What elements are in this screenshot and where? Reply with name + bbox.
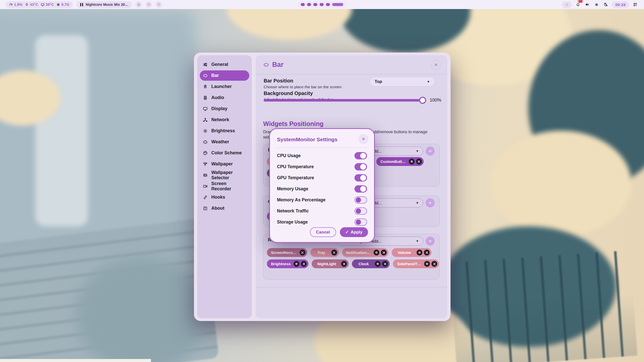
widget-chip-sidepaneltoggle[interactable]: SidePanelT… <box>393 259 439 268</box>
chip-remove-button[interactable] <box>300 250 305 255</box>
clock-widget[interactable]: 00:28 <box>612 1 629 8</box>
sidebar-item-color-scheme[interactable]: Color Scheme <box>200 148 249 158</box>
status-bar: 1.8% 43°C 38°C 9.7G Nightcore Music Mix … <box>0 0 644 9</box>
network-traffic-toggle[interactable] <box>354 207 367 215</box>
workspace-dot-4[interactable] <box>320 3 324 6</box>
bar-position-label: Bar Position <box>264 78 343 84</box>
chip-remove-button[interactable] <box>424 250 430 255</box>
sidebar-item-screen-recorder[interactable]: Screen Recorder <box>200 181 249 191</box>
sidebar-item-network[interactable]: Network <box>200 115 249 125</box>
sidebar-label: Brightness <box>211 128 235 133</box>
widget-chip-nightlight[interactable]: NightLight <box>312 259 349 268</box>
memory-as-percentage-toggle[interactable] <box>354 196 367 204</box>
widget-chip-volume[interactable]: Volume <box>392 248 431 257</box>
background-opacity-slider[interactable] <box>264 99 425 102</box>
panel-header: Bar <box>256 55 447 74</box>
dialog-buttons: Cancel ✓ Apply <box>310 227 368 237</box>
apply-button[interactable]: ✓ Apply <box>340 227 368 237</box>
slider-handle[interactable] <box>419 97 426 104</box>
memory-usage-toggle[interactable] <box>354 185 367 193</box>
section-center-add-button[interactable]: + <box>426 198 435 207</box>
pause-icon <box>80 3 83 7</box>
widget-chip-brightness[interactable]: Brightness <box>267 259 308 268</box>
chip-remove-button[interactable] <box>341 261 347 267</box>
bar-position-dropdown[interactable]: Top ▼ <box>370 77 435 86</box>
chevron-down-icon: ▼ <box>427 80 430 83</box>
sidebar-item-audio[interactable]: Audio <box>200 93 249 103</box>
workspace-dot-active[interactable] <box>332 3 343 6</box>
toggle-label: Memory Usage <box>277 186 308 192</box>
brightness-button[interactable] <box>593 1 600 8</box>
wallpaper-leaves <box>491 131 631 236</box>
dashboard-button[interactable] <box>632 1 638 8</box>
chip-remove-button[interactable] <box>381 250 387 255</box>
dialog-close-button[interactable]: × <box>358 134 369 144</box>
sidebar-item-general[interactable]: General <box>200 59 249 70</box>
sidebar-item-wallpaper[interactable]: Wallpaper <box>200 159 249 169</box>
chip-settings-button[interactable] <box>294 261 299 267</box>
heart-button[interactable] <box>145 1 152 8</box>
chip-settings-button[interactable] <box>375 261 381 267</box>
widget-chip-clock[interactable]: Clock <box>352 259 390 268</box>
chip-remove-button[interactable] <box>301 261 307 267</box>
close-icon <box>343 263 345 265</box>
workspace-dot-1[interactable] <box>301 3 305 6</box>
night-light-button[interactable] <box>602 1 609 8</box>
chip-remove-button[interactable] <box>331 250 337 255</box>
workspace-dot-5[interactable] <box>326 3 330 6</box>
apps-grid-icon <box>633 2 637 7</box>
workspace-dot-3[interactable] <box>313 3 317 6</box>
sidebar-item-launcher[interactable]: Launcher <box>200 81 249 92</box>
heart-button-2[interactable] <box>155 1 162 8</box>
system-monitor-widget[interactable]: 1.8% 43°C 38°C 9.7G <box>6 1 73 8</box>
chip-settings-button[interactable] <box>374 250 379 255</box>
sidebar-item-hooks[interactable]: Hooks <box>200 192 249 202</box>
workspace-dot-2[interactable] <box>307 3 311 6</box>
toggle-knob <box>360 186 366 192</box>
toggle-label: CPU Usage <box>277 153 301 158</box>
chip-settings-button[interactable] <box>424 261 430 267</box>
chip-settings-button[interactable] <box>409 159 415 164</box>
toggle-label: CPU Temperature <box>277 164 314 169</box>
sidebar-item-brightness[interactable]: Brightness <box>200 126 249 136</box>
volume-button[interactable] <box>584 1 590 8</box>
cpu-usage-toggle[interactable] <box>354 152 367 159</box>
widget-chip-notifications[interactable]: Notification… <box>342 248 389 257</box>
cpu-temperature-toggle[interactable] <box>354 163 367 170</box>
systemmonitor-settings-dialog: SystemMonitor Settings × CPU Usage CPU T… <box>269 128 375 243</box>
chip-remove-button[interactable] <box>382 261 388 267</box>
gear-icon <box>425 262 429 265</box>
gpu-temperature-toggle[interactable] <box>354 174 367 182</box>
page-title: Bar <box>272 61 284 69</box>
speaker-icon <box>585 2 589 7</box>
chip-remove-button[interactable] <box>431 261 437 267</box>
chevron-down-icon: ▼ <box>416 201 419 205</box>
bar-oval-icon <box>263 62 269 68</box>
chip-remove-button[interactable] <box>416 159 422 164</box>
window-close-button[interactable]: × <box>431 60 441 70</box>
widget-chip-tray[interactable]: Tray <box>310 248 339 257</box>
sidebar-item-about[interactable]: About <box>200 203 249 213</box>
toggle-knob <box>356 208 361 214</box>
cancel-button[interactable]: Cancel <box>310 227 336 237</box>
media-player-widget[interactable]: Nightcore Music Mix 20… <box>76 1 132 8</box>
close-icon <box>426 251 428 254</box>
storage-usage-toggle[interactable] <box>354 218 367 226</box>
sidebar-item-bar[interactable]: Bar <box>200 70 249 81</box>
sidebar-item-display[interactable]: Display <box>200 104 249 114</box>
ghost-button[interactable] <box>135 1 142 8</box>
sidebar-label: Display <box>211 106 227 111</box>
settings-sidebar: General Bar Launcher Audio Display Netwo… <box>197 55 252 318</box>
widget-chip-screenrecorder[interactable]: ScreenReco… <box>267 248 307 257</box>
section-right-add-button[interactable]: + <box>426 237 435 246</box>
widget-chip-custombutton[interactable]: CustomButt… <box>376 157 424 166</box>
chip-label: NightLight <box>317 262 336 266</box>
clock-text: 00:28 <box>615 3 626 7</box>
notifications-button[interactable]: 10 <box>575 1 581 8</box>
gear-icon <box>410 160 413 163</box>
tray-widget[interactable] <box>562 1 572 8</box>
sidebar-item-weather[interactable]: Weather <box>200 137 249 147</box>
chip-settings-button[interactable] <box>417 250 422 255</box>
section-left-add-button[interactable]: + <box>426 147 435 156</box>
sidebar-item-wallpaper-selector[interactable]: Wallpaper Selector <box>200 170 249 180</box>
